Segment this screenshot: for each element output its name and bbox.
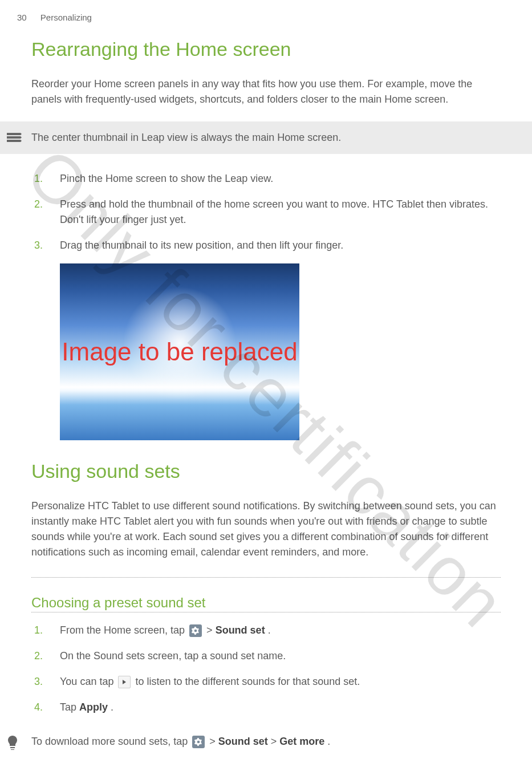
intro-sound-sets: Personalize HTC Tablet to use different … [31,498,501,560]
step1-text-post1: > [206,624,216,636]
placeholder-image-text: Image to be replaced [62,335,297,368]
section-name: Personalizing [40,13,92,22]
page-number: 30 [17,13,27,22]
placeholder-image: Image to be replaced [60,263,299,440]
tip-bold2: Get more [279,736,324,747]
lightbulb-icon [6,735,19,750]
tip-text: To download more sound sets, tap > Sound… [31,736,521,748]
note-text: The center thumbnail in Leap view is alw… [31,132,521,144]
page-content: Rearranging the Home screen Reorder your… [0,38,532,758]
pencil-icon [6,132,23,144]
step-soundset-3: You can tap to listen to the different s… [31,674,501,689]
steps-list-rearranging: Pinch the Home screen to show the Leap v… [31,171,501,253]
step-soundset-1: From the Home screen, tap > Sound set . [31,623,501,638]
step3-text-post: to listen to the different sounds for th… [135,676,360,687]
play-icon [118,676,131,688]
step-3: Drag the thumbnail to its new position, … [31,238,501,253]
tip-pre: To download more sound sets, tap [31,736,190,747]
step-2: Press and hold the thumbnail of the home… [31,197,501,228]
heading-sound-sets: Using sound sets [31,460,501,482]
dotted-divider-top [31,577,501,578]
step-soundset-2: On the Sound sets screen, tap a sound se… [31,648,501,664]
dotted-divider-bottom [31,612,501,612]
step-1: Pinch the Home screen to show the Leap v… [31,171,501,186]
heading-rearranging: Rearranging the Home screen [31,38,501,60]
step4-text-pre: Tap [60,701,79,713]
subheading-choosing-preset: Choosing a preset sound set [31,595,501,611]
note-box: The center thumbnail in Leap view is alw… [0,121,532,154]
tip-mid1: > [209,736,218,747]
step4-text-post: . [111,701,113,713]
tip-bold1: Sound set [218,736,268,747]
tip-mid2: > [271,736,280,747]
step-soundset-4: Tap Apply . [31,700,501,715]
page-header: 30 Personalizing [0,0,532,22]
settings-icon [189,624,202,637]
settings-icon-tip [192,736,205,748]
steps-list-soundset: From the Home screen, tap > Sound set . … [31,623,501,715]
step3-text-pre: You can tap [60,676,116,687]
step1-text-post2: . [268,624,271,636]
tip-post: . [327,736,330,747]
step1-bold: Sound set [216,624,265,636]
step1-text-pre: From the Home screen, tap [60,624,188,636]
subsection-wrapper: Choosing a preset sound set [31,577,501,612]
step4-bold: Apply [79,701,108,713]
intro-rearranging: Reorder your Home screen panels in any w… [31,76,501,107]
tip-box: To download more sound sets, tap > Sound… [0,725,532,758]
